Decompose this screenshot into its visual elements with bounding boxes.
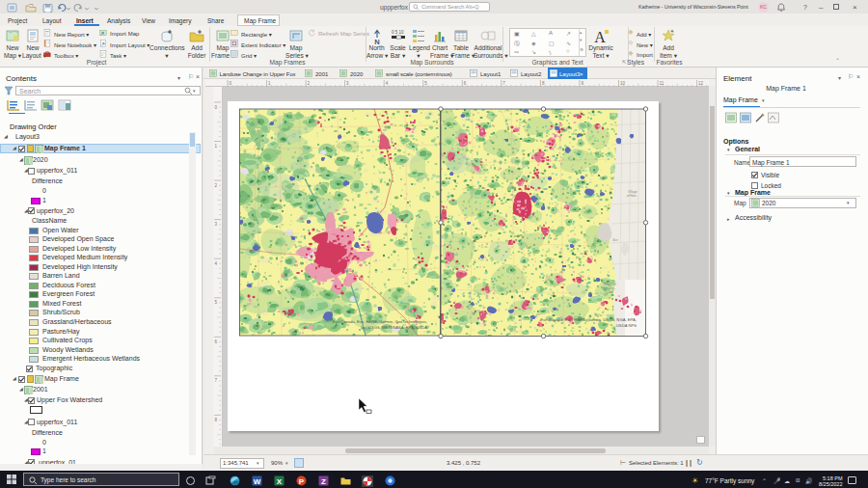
svg-text:Esri Canada, Esri, HERE, Garmi: Esri Canada, Esri, HERE, Garmin, GeoTech… [333, 319, 427, 324]
svg-text:W: W [254, 476, 261, 485]
svg-text:Inc, USGS, METI/NASA, EPA, USD: Inc, USGS, METI/NASA, EPA, USDA [361, 325, 427, 330]
svg-text:USDA NPS: USDA NPS [616, 323, 637, 328]
svg-text:Z: Z [321, 476, 326, 485]
svg-text:Esri Canada, Esri, HERE, Garmi: Esri Canada, Esri, HERE, Garmin, USGS, N… [540, 317, 637, 322]
svg-text:of Harr...: of Harr... [627, 194, 638, 198]
svg-text:Lake: Lake [607, 290, 613, 294]
svg-text:X: X [277, 476, 283, 485]
svg-text:Ave: Ave [612, 238, 617, 242]
svg-text:P: P [299, 476, 305, 485]
